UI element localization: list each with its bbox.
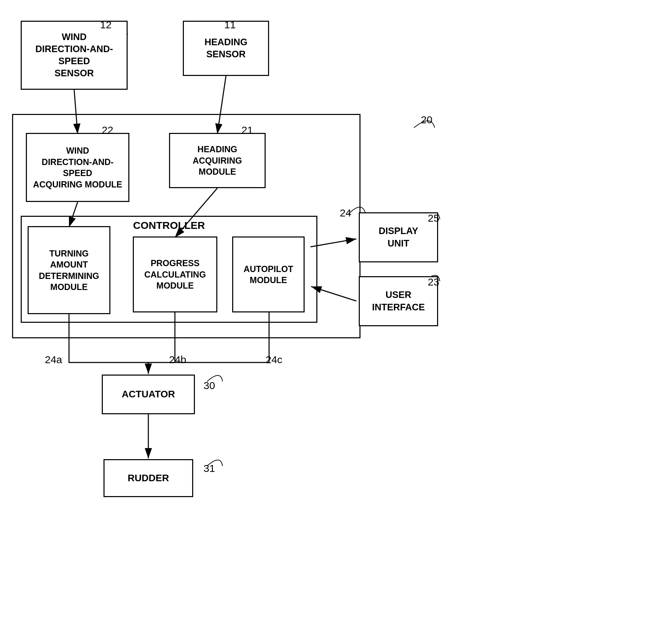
controller-label: CONTROLLER bbox=[133, 220, 205, 231]
actuator-box: ACTUATOR bbox=[102, 375, 195, 414]
wind-sensor-box: WINDDIRECTION-AND-SPEEDSENSOR bbox=[21, 21, 128, 90]
progress-calc-label: PROGRESSCALCULATINGMODULE bbox=[144, 258, 206, 291]
heading-acquiring-box: HEADING ACQUIRINGMODULE bbox=[169, 133, 266, 188]
user-interface-label: USERINTERFACE bbox=[372, 289, 425, 313]
rudder-box: RUDDER bbox=[103, 459, 193, 497]
ref-20: 20 bbox=[421, 114, 432, 126]
ref-24: 24 bbox=[340, 207, 351, 219]
ref-12: 12 bbox=[100, 19, 111, 31]
heading-acquiring-label: HEADING ACQUIRINGMODULE bbox=[174, 144, 261, 177]
ref-11: 11 bbox=[224, 19, 236, 31]
wind-acquiring-box: WINDDIRECTION-AND-SPEEDACQUIRING MODULE bbox=[26, 133, 129, 202]
progress-calc-box: PROGRESSCALCULATINGMODULE bbox=[133, 236, 217, 312]
actuator-label: ACTUATOR bbox=[122, 388, 175, 400]
ref-24b: 24b bbox=[169, 354, 186, 366]
display-unit-box: DISPLAYUNIT bbox=[359, 212, 438, 262]
rudder-label: RUDDER bbox=[128, 472, 169, 484]
autopilot-label: AUTOPILOTMODULE bbox=[244, 263, 293, 286]
autopilot-box: AUTOPILOTMODULE bbox=[232, 236, 305, 312]
wind-sensor-label: WINDDIRECTION-AND-SPEEDSENSOR bbox=[25, 31, 123, 79]
wind-acquiring-label: WINDDIRECTION-AND-SPEEDACQUIRING MODULE bbox=[30, 145, 125, 190]
ref-24a: 24a bbox=[45, 354, 62, 366]
turning-amount-label: TURNINGAMOUNTDETERMININGMODULE bbox=[39, 248, 99, 293]
display-unit-label: DISPLAYUNIT bbox=[379, 225, 418, 249]
user-interface-box: USERINTERFACE bbox=[359, 276, 438, 326]
ref-30: 30 bbox=[204, 380, 215, 391]
ref-31: 31 bbox=[204, 463, 215, 474]
ref-24c: 24c bbox=[266, 354, 282, 366]
heading-sensor-label: HEADINGSENSOR bbox=[205, 36, 248, 60]
ref-21: 21 bbox=[241, 124, 253, 136]
ref-23: 23 bbox=[428, 276, 439, 288]
ref-22: 22 bbox=[102, 124, 113, 136]
ref-25: 25 bbox=[428, 212, 439, 224]
turning-amount-box: TURNINGAMOUNTDETERMININGMODULE bbox=[28, 226, 110, 314]
diagram: CONTROLLER WINDDIRECTION-AND-SPEEDSENSOR… bbox=[0, 0, 672, 639]
